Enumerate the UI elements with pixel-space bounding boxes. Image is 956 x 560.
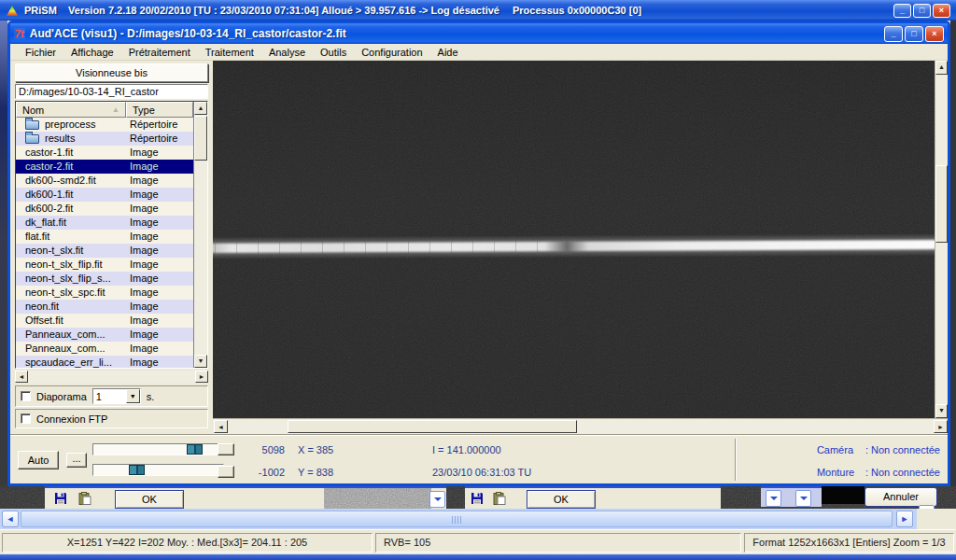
arrow-right-icon: ► [199,373,205,380]
file-name: Panneaux_com... [25,328,105,342]
menu-item[interactable]: Traitement [198,45,261,60]
file-name: dk600-2.fit [25,202,73,216]
current-path-field[interactable]: D:/images/10-03-14_RI_castor [15,84,208,99]
menu-item[interactable]: Fichier [18,45,63,60]
scrollbar-thumb[interactable] [21,511,893,527]
scroll-up-button[interactable]: ▲ [935,61,948,75]
scroll-left-button[interactable]: ◄ [2,511,19,527]
background-window-edge-right [950,21,956,486]
low-threshold-box[interactable] [218,466,234,478]
window-body: Visionneuse bis D:/images/10-03-14_RI_ca… [10,61,948,483]
audace-maximize-button[interactable]: □ [905,26,923,42]
more-options-button[interactable]: ... [66,453,87,468]
file-type: Image [126,230,193,244]
image-vertical-scrollbar[interactable]: ▲ ▼ [935,61,948,418]
file-row[interactable]: castor-2.fit Image [16,160,193,174]
separator [735,439,737,481]
file-row[interactable]: preprocess Répertoire [16,118,193,132]
file-row[interactable]: neon-t_slx.fit Image [16,244,193,258]
annuler-button[interactable]: Annuler [865,487,937,507]
file-row[interactable]: neon-t_slx_flip.fit Image [16,258,193,272]
scroll-down-button[interactable]: ▼ [935,404,948,418]
ok-button[interactable]: OK [115,490,184,509]
file-name: spcaudace_err_li... [25,356,112,368]
file-row[interactable]: dk600-1.fit Image [16,188,193,202]
ok-button[interactable]: OK [527,490,596,509]
ftp-checkbox[interactable] [21,413,31,424]
viewer-header-button[interactable]: Visionneuse bis [15,63,208,82]
paste-icon[interactable] [78,492,91,505]
save-icon[interactable] [54,492,67,505]
prism-window-titlebar[interactable]: PRiSM Version 7.2.18 20/02/2010 [TU : 23… [0,0,956,21]
menu-item[interactable]: Configuration [354,45,429,60]
chevron-down-button[interactable] [429,491,445,508]
file-row[interactable]: Panneaux_com... Image [16,328,193,342]
arrow-left-icon: ◄ [7,514,15,524]
scrollbar-thumb[interactable] [935,165,948,243]
file-name-cell: castor-2.fit [16,160,126,174]
high-threshold-box[interactable] [218,443,234,455]
file-row[interactable]: dk600-2.fit Image [16,202,193,216]
scroll-left-button[interactable]: ◄ [15,371,28,383]
low-threshold-value: -1002 [242,467,285,478]
menu-item[interactable]: Prétraitement [121,45,198,60]
save-icon[interactable] [471,492,484,505]
image-canvas[interactable] [213,61,935,418]
column-header-name[interactable]: Nom ▲ [16,102,126,118]
file-row[interactable]: neon.fit Image [16,300,193,314]
audace-minimize-button[interactable]: _ [884,26,903,42]
low-threshold-slider[interactable] [92,464,224,476]
file-list-horizontal-scrollbar[interactable]: ◄ ► [15,371,208,384]
file-name-cell: neon-t_slx_spc.fit [16,286,126,300]
spectrum-trace [213,233,935,259]
menu-item[interactable]: Analyse [261,45,313,60]
file-row[interactable]: Panneaux_com... Image [16,342,193,356]
file-row[interactable]: flat.fit Image [16,230,193,244]
file-row[interactable]: castor-1.fit Image [16,146,193,160]
scroll-down-button[interactable]: ▼ [194,355,207,368]
prism-app-icon [6,5,19,17]
file-name: dk600-1.fit [25,188,73,202]
file-row[interactable]: dk_flat.fit Image [16,216,193,230]
scroll-left-button[interactable]: ◄ [214,420,228,433]
scroll-right-button[interactable]: ► [896,511,913,527]
file-row[interactable]: results Répertoire [16,132,193,146]
slider-handle[interactable] [187,444,203,455]
diaporama-delay-select[interactable]: 1 ▼ [92,388,141,404]
auto-thresholds-button[interactable]: Auto [18,451,59,469]
file-row[interactable]: spcaudace_err_li... Image [16,356,193,368]
scrollbar-thumb[interactable] [194,116,207,161]
column-header-type[interactable]: Type [126,102,193,118]
slider-handle[interactable] [129,465,145,475]
prism-minimize-button[interactable]: _ [893,4,911,18]
file-type: Image [126,174,193,188]
menu-item[interactable]: Outils [313,45,354,60]
scroll-right-button[interactable]: ► [934,420,948,433]
scroll-up-button[interactable]: ▲ [194,102,207,115]
high-threshold-slider[interactable] [92,443,224,455]
dropdown-arrow-icon[interactable]: ▼ [126,389,140,403]
file-list-vertical-scrollbar[interactable]: ▲ ▼ [193,102,207,368]
file-row[interactable]: neon-t_slx_flip_s... Image [16,272,193,286]
background-combo-toolbar [761,486,822,507]
prism-window-title: PRiSM Version 7.2.18 20/02/2010 [TU : 23… [24,5,888,16]
image-horizontal-scrollbar[interactable]: ◄ ► [213,418,948,434]
chevron-down-button[interactable] [795,490,811,507]
file-name: dk_flat.fit [25,216,66,230]
menu-item[interactable]: Affichage [63,45,121,60]
audace-titlebar[interactable]: 7t Aud'ACE (visu1) - D:/images/10-03-14_… [10,23,948,44]
file-row[interactable]: dk600--smd2.fit Image [16,174,193,188]
audace-close-button[interactable]: × [925,26,944,42]
menu-item[interactable]: Aide [430,45,466,60]
paste-icon[interactable] [493,492,506,505]
file-row[interactable]: neon-t_slx_spc.fit Image [16,286,193,300]
mdi-horizontal-scrollbar[interactable]: ◄ ► [0,509,917,529]
diaporama-checkbox[interactable] [21,391,31,401]
file-row[interactable]: Offset.fit Image [16,314,193,328]
prism-restore-button[interactable]: □ [913,4,931,18]
chevron-down-button[interactable] [766,490,781,507]
scroll-right-button[interactable]: ► [195,371,208,383]
file-name-cell: flat.fit [16,230,126,244]
prism-close-button[interactable]: × [933,4,950,18]
scrollbar-thumb[interactable] [288,420,577,433]
